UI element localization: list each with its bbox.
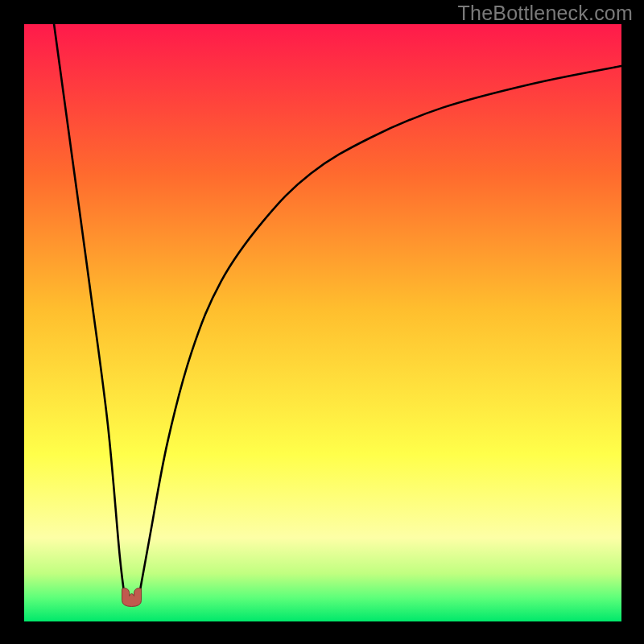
chart-stage: TheBottleneck.com	[0, 0, 644, 644]
watermark-label: TheBottleneck.com	[458, 2, 633, 25]
chart-svg	[0, 0, 644, 644]
plot-background	[24, 24, 621, 621]
